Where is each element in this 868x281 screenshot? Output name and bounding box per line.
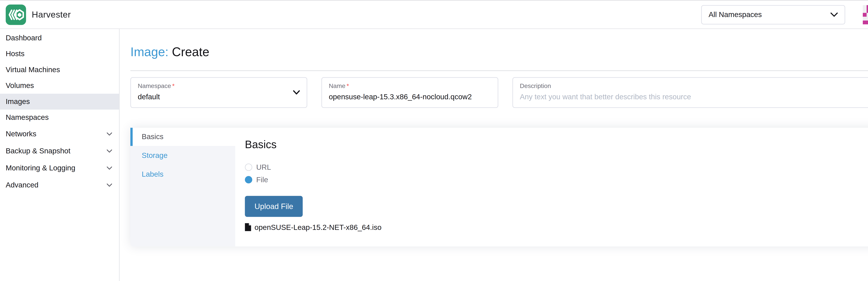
upload-file-button[interactable]: Upload File — [245, 196, 303, 217]
description-input[interactable] — [520, 92, 868, 102]
sidebar-group-label: Monitoring & Logging — [6, 164, 75, 172]
sidebar-item-dashboard[interactable]: Dashboard — [0, 30, 119, 46]
tab-labels[interactable]: Labels — [130, 165, 235, 184]
chevron-down-icon — [293, 90, 300, 95]
page-title-action: Create — [172, 45, 209, 59]
sidebar-group-label: Advanced — [6, 180, 38, 189]
sidebar-group-backup-snapshot[interactable]: Backup & Snapshot — [0, 143, 119, 160]
namespace-label: Namespace* — [138, 82, 300, 90]
harvester-app: Harvester All Namespaces — [0, 0, 868, 281]
chevron-down-icon — [106, 132, 112, 136]
page-title-resource: Image: — [130, 45, 168, 59]
user-avatar[interactable] — [863, 5, 868, 24]
app-title: Harvester — [32, 9, 71, 20]
namespace-select[interactable]: Namespace* default — [130, 77, 307, 108]
source-option-url[interactable]: URL — [245, 161, 867, 173]
name-input[interactable] — [329, 92, 491, 102]
sidebar-group-monitoring-logging[interactable]: Monitoring & Logging — [0, 160, 119, 177]
title-divider — [130, 71, 868, 71]
namespace-filter-dropdown[interactable]: All Namespaces — [701, 5, 845, 24]
metadata-form-row: Namespace* default Name* Description — [130, 77, 868, 108]
chevron-down-icon — [106, 149, 112, 153]
file-icon — [245, 223, 251, 231]
namespace-filter-value: All Namespaces — [709, 10, 762, 19]
chevron-down-icon — [831, 12, 838, 17]
side-navigation: Dashboard Hosts Virtual Machines Volumes… — [0, 29, 120, 281]
sidebar-group-label: Backup & Snapshot — [6, 146, 70, 155]
required-asterisk: * — [346, 82, 349, 89]
name-field[interactable]: Name* — [321, 77, 498, 108]
radio-label: URL — [256, 163, 271, 171]
page-title: Image:Create — [130, 44, 868, 60]
tab-basics[interactable]: Basics — [130, 128, 235, 146]
description-field[interactable]: Description — [513, 77, 868, 108]
sidebar-item-namespaces[interactable]: Namespaces — [0, 110, 119, 125]
source-option-file[interactable]: File — [245, 173, 867, 186]
radio-label: File — [256, 175, 268, 184]
sidebar-item-images[interactable]: Images — [0, 94, 119, 110]
selected-file-row: openSUSE-Leap-15.2-NET-x86_64.iso — [245, 222, 867, 232]
sidebar-item-hosts[interactable]: Hosts — [0, 46, 119, 62]
sidebar-item-volumes[interactable]: Volumes — [0, 78, 119, 93]
radio-unchecked-icon[interactable] — [245, 163, 252, 171]
sidebar-group-label: Networks — [6, 130, 36, 138]
basics-panel: Basics URL File Upload File — [235, 128, 868, 246]
chevron-down-icon — [106, 184, 112, 187]
sidebar-group-advanced[interactable]: Advanced — [0, 177, 119, 194]
required-asterisk: * — [172, 82, 175, 89]
harvester-logo-icon — [6, 4, 26, 25]
chevron-down-icon — [106, 166, 112, 170]
namespace-value: default — [138, 91, 300, 103]
description-label: Description — [520, 82, 868, 90]
radio-checked-icon[interactable] — [245, 176, 252, 183]
create-image-card: Basics Storage Labels Basics URL File Up… — [130, 128, 868, 246]
selected-file-name: openSUSE-Leap-15.2-NET-x86_64.iso — [254, 223, 381, 231]
panel-heading: Basics — [245, 138, 867, 151]
top-header: Harvester All Namespaces — [0, 1, 868, 29]
name-label: Name* — [329, 82, 491, 90]
tab-list: Basics Storage Labels — [130, 128, 235, 246]
sidebar-group-networks[interactable]: Networks — [0, 125, 119, 143]
main-content: Image:Create Namespace* default Name* — [120, 29, 868, 281]
sidebar-item-virtual-machines[interactable]: Virtual Machines — [0, 62, 119, 78]
tab-storage[interactable]: Storage — [130, 146, 235, 165]
